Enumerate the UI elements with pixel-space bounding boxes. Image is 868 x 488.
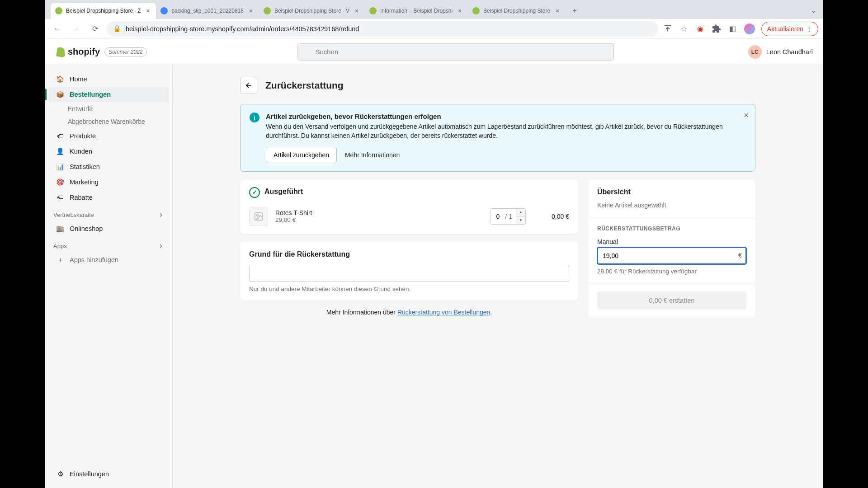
currency-suffix: € <box>738 252 742 259</box>
sidebar-section-apps[interactable]: Apps <box>45 236 172 252</box>
back-icon[interactable]: ← <box>50 22 64 36</box>
quantity-of-label: / 1 <box>505 213 516 220</box>
search-input[interactable] <box>297 43 614 61</box>
tabs-menu-icon[interactable]: ⌄ <box>811 6 816 14</box>
reason-title: Grund für die Rückerstattung <box>249 250 569 258</box>
step-down-icon[interactable]: ▼ <box>516 216 525 224</box>
gear-icon: ⚙ <box>56 470 64 478</box>
reason-card: Grund für die Rückerstattung Nur du und … <box>240 242 578 300</box>
page-title: Zurückerstattung <box>265 80 344 91</box>
sidebar-item-discounts[interactable]: 🏷Rabatte <box>49 190 169 205</box>
browser-tab[interactable]: Beispiel Dropshipping Store · V× <box>259 3 365 19</box>
close-icon[interactable]: × <box>744 111 749 120</box>
address-bar[interactable]: 🔒 beispiel-dropshipping-store.myshopify.… <box>107 21 658 37</box>
lock-icon: 🔒 <box>113 25 121 33</box>
plus-icon: ＋ <box>56 256 64 264</box>
browser-tab[interactable]: packing_slip_1001_20220818× <box>156 3 259 19</box>
browser-tab[interactable]: Beispiel Dropshipping Store× <box>468 3 566 19</box>
line-item-price: 29,00 € <box>275 216 483 223</box>
line-total: 0,00 € <box>533 213 569 220</box>
step-up-icon[interactable]: ▲ <box>516 209 525 216</box>
refund-amount-input[interactable] <box>597 247 746 264</box>
return-items-button[interactable]: Artikel zurückgeben <box>266 147 337 163</box>
sidebar-item-orders[interactable]: 📦Bestellungen <box>49 87 169 102</box>
browser-tab[interactable]: Beispiel Dropshipping Store · Z× <box>51 3 156 19</box>
browser-toolbar: ← → ⟳ 🔒 beispiel-dropshipping-store.mysh… <box>45 19 823 39</box>
sidebar-item-customers[interactable]: 👤Kunden <box>49 144 169 159</box>
target-icon: 🎯 <box>56 178 64 186</box>
sidebar-add-apps[interactable]: ＋Apps hinzufügen <box>49 252 169 267</box>
banner-title: Artikel zurückgeben, bevor Rückerstattun… <box>266 113 746 120</box>
profile-avatar[interactable] <box>744 23 755 34</box>
sidebar-item-analytics[interactable]: 📊Statistiken <box>49 159 169 174</box>
close-icon[interactable]: × <box>353 7 360 14</box>
reason-help-text: Nur du und andere Mitarbeiter können die… <box>249 286 569 292</box>
more-info-link[interactable]: Mehr Informationen <box>345 151 400 159</box>
svg-point-4 <box>256 214 258 216</box>
tag-icon: 🏷 <box>56 132 64 140</box>
fulfilled-title: Ausgeführt <box>264 188 303 196</box>
sidebar-item-onlineshop[interactable]: 🏬Onlineshop <box>49 221 169 236</box>
season-badge: Sommer 2022 <box>104 47 146 56</box>
info-icon: i <box>250 113 259 122</box>
url-text: beispiel-dropshipping-store.myshopify.co… <box>126 25 359 33</box>
manual-label: Manual <box>597 238 746 245</box>
app-header: shopify Sommer 2022 LC Leon Chaudhari <box>45 39 823 65</box>
extension-icon[interactable]: ◉ <box>695 24 705 34</box>
sidebar: 🏠Home 📦Bestellungen Entwürfe Abgebrochen… <box>45 65 173 488</box>
check-circle-icon <box>249 187 260 198</box>
line-item: Rotes T-Shirt 29,00 € / 1 ▲ ▼ <box>240 202 578 234</box>
shopify-logo[interactable]: shopify <box>55 47 100 57</box>
close-icon[interactable]: × <box>144 7 151 14</box>
browser-tabbar: Beispiel Dropshipping Store · Z× packing… <box>45 0 823 19</box>
fulfilled-card: Ausgeführt Rotes T-Shirt 29,00 € <box>240 180 578 234</box>
image-placeholder-icon <box>249 207 268 226</box>
sidebar-item-home[interactable]: 🏠Home <box>49 71 169 87</box>
discount-icon: 🏷 <box>56 193 64 202</box>
reason-input[interactable] <box>249 265 569 282</box>
user-name: Leon Chaudhari <box>766 48 813 56</box>
panel-icon[interactable]: ◧ <box>728 24 738 34</box>
back-button[interactable] <box>240 77 257 94</box>
home-icon: 🏠 <box>56 75 64 83</box>
chart-icon: 📊 <box>56 163 64 171</box>
store-icon: 🏬 <box>56 225 64 233</box>
close-icon[interactable]: × <box>456 7 463 14</box>
sidebar-item-marketing[interactable]: 🎯Marketing <box>49 174 169 190</box>
available-text: 29,00 € für Rückerstattung verfügbar <box>597 268 746 275</box>
overview-card: Übersicht Keine Artikel ausgewählt. RÜCK… <box>588 180 755 318</box>
person-icon: 👤 <box>56 147 64 155</box>
browser-tab[interactable]: Information – Beispiel Dropshi× <box>365 3 468 19</box>
sidebar-section-channels[interactable]: Vertriebskanäle <box>45 205 172 221</box>
close-icon[interactable]: × <box>247 7 255 14</box>
puzzle-icon[interactable] <box>712 24 722 34</box>
orders-icon: 📦 <box>56 90 64 99</box>
overview-title: Übersicht <box>597 188 746 196</box>
refund-docs-link[interactable]: Rückerstattung von Bestellungen <box>397 309 490 316</box>
share-icon[interactable] <box>663 24 673 34</box>
new-tab-button[interactable]: + <box>568 5 581 17</box>
sidebar-sub-abandoned[interactable]: Abgebrochene Warenkörbe <box>49 116 169 128</box>
more-info-text: Mehr Informationen über Rückerstattung v… <box>240 309 578 316</box>
chevron-right-icon <box>158 243 164 249</box>
close-icon[interactable]: × <box>554 7 561 14</box>
banner-text: Wenn du den Versand verfolgen und zurück… <box>266 122 746 141</box>
sidebar-item-products[interactable]: 🏷Produkte <box>49 128 169 144</box>
chevron-right-icon <box>158 212 164 218</box>
star-icon[interactable]: ☆ <box>679 24 689 34</box>
user-menu[interactable]: LC Leon Chaudhari <box>748 45 813 59</box>
sidebar-sub-drafts[interactable]: Entwürfe <box>49 102 169 116</box>
avatar: LC <box>748 45 762 59</box>
quantity-input[interactable] <box>491 213 505 220</box>
refund-amount-heading: RÜCKERSTATTUNGSBETRAG <box>597 225 746 232</box>
arrow-left-icon <box>245 81 253 89</box>
line-item-name: Rotes T-Shirt <box>275 209 483 216</box>
info-banner: i Artikel zurückgeben, bevor Rückerstatt… <box>240 104 755 172</box>
sidebar-item-settings[interactable]: ⚙Einstellungen <box>49 466 169 482</box>
reload-icon[interactable]: ⟳ <box>88 22 102 36</box>
overview-empty: Keine Artikel ausgewählt. <box>597 202 746 209</box>
quantity-stepper[interactable]: / 1 ▲ ▼ <box>490 208 526 225</box>
update-button[interactable]: Aktualisieren⋮ <box>761 22 818 36</box>
forward-icon[interactable]: → <box>69 22 83 36</box>
refund-button[interactable]: 0,00 € erstatten <box>597 291 746 310</box>
